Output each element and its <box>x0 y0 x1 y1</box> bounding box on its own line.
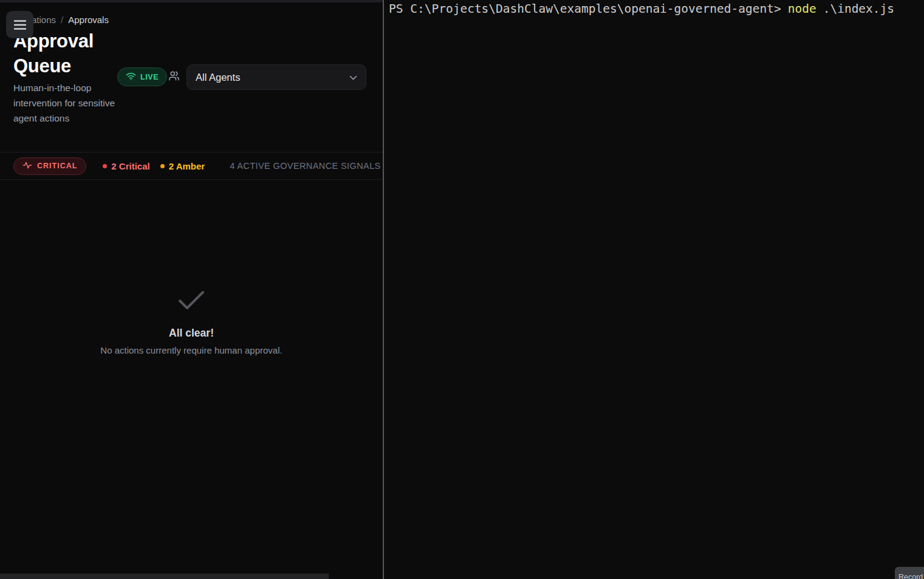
amber-count: 2 Amber <box>160 161 205 171</box>
horizontal-scrollbar[interactable] <box>0 574 329 579</box>
terminal-pane[interactable]: PS C:\Projects\DashClaw\examples\openai-… <box>384 0 924 579</box>
page-subtitle: Human-in-the-loop intervention for sensi… <box>13 80 117 126</box>
agent-filter-select[interactable]: All Agents <box>187 64 366 90</box>
empty-state-message: No actions currently require human appro… <box>0 345 383 355</box>
terminal-line: PS C:\Projects\DashClaw\examples\openai-… <box>389 1 924 17</box>
empty-state-title: All clear! <box>0 327 383 340</box>
critical-dot-icon <box>103 164 107 168</box>
hamburger-icon <box>13 19 27 30</box>
amber-count-label: 2 Amber <box>169 161 205 171</box>
empty-state: All clear! No actions currently require … <box>0 290 383 355</box>
live-badge-label: LIVE <box>140 73 159 81</box>
approvals-panel: rations/Approvals Approval Queue LIVE <box>0 0 383 579</box>
active-signals-summary: 4 ACTIVE GOVERNANCE SIGNALS <box>230 161 381 171</box>
agent-filter-value: All Agents <box>196 72 240 83</box>
terminal-command-args: .\index.js <box>823 2 894 16</box>
breadcrumb-separator: / <box>61 15 63 25</box>
chevron-down-icon <box>349 72 357 83</box>
record-button[interactable]: Record <box>895 567 924 579</box>
breadcrumb: rations/Approvals <box>29 15 109 25</box>
breadcrumb-current: Approvals <box>68 15 109 25</box>
critical-count-label: 2 Critical <box>111 161 149 171</box>
window-top-edge <box>0 0 383 2</box>
amber-dot-icon <box>160 164 165 168</box>
menu-button[interactable] <box>6 11 33 38</box>
governance-status-bar: CRITICAL 2 Critical 2 Amber 4 ACTIVE GOV… <box>0 152 383 180</box>
critical-badge-label: CRITICAL <box>37 162 77 170</box>
critical-count: 2 Critical <box>103 161 149 171</box>
live-badge: LIVE <box>117 67 167 86</box>
terminal-command: node <box>788 2 816 16</box>
terminal-prompt: PS C:\Projects\DashClaw\examples\openai-… <box>389 2 781 16</box>
critical-severity-badge: CRITICAL <box>13 157 86 175</box>
activity-pulse-icon <box>22 161 32 171</box>
users-icon <box>168 70 180 84</box>
check-icon <box>177 290 205 313</box>
wifi-icon <box>126 72 136 83</box>
